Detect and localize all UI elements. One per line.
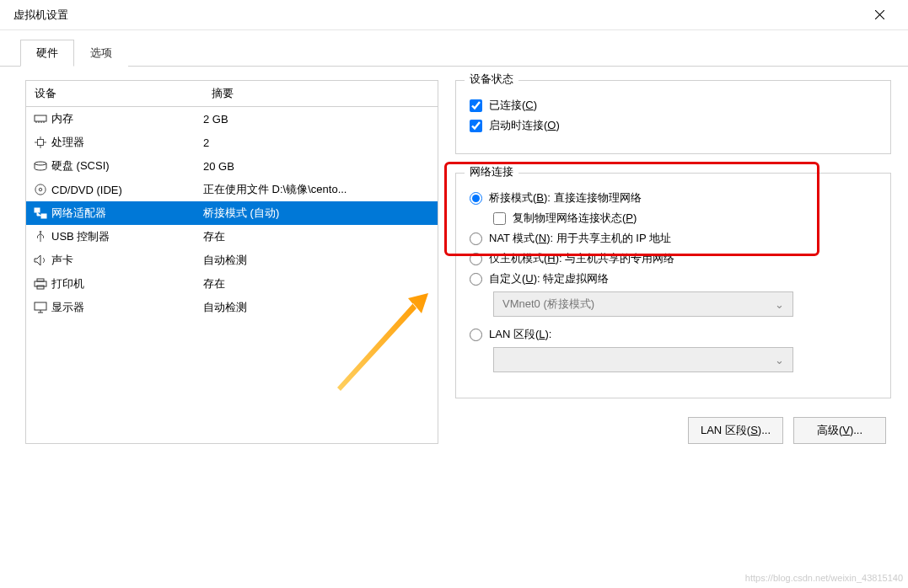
network-connection-group: 网络连接 桥接模式(B): 直接连接物理网络 复制物理网络连接状态(P) NAT… [455, 173, 891, 398]
advanced-button[interactable]: 高级(V)... [793, 417, 886, 444]
device-summary: 自动检测 [203, 253, 438, 268]
memory-icon [31, 113, 50, 125]
connect-on-start-checkbox-row[interactable]: 启动时连接(O) [470, 118, 877, 133]
device-row-disk[interactable]: 硬盘 (SCSI)20 GB [26, 154, 438, 178]
device-summary: 20 GB [203, 160, 438, 173]
lan-segment-radio[interactable] [470, 329, 482, 341]
replicate-checkbox[interactable] [493, 212, 506, 225]
hostonly-radio-row[interactable]: 仅主机模式(H): 与主机共享的专用网络 [470, 251, 877, 266]
tab-options[interactable]: 选项 [74, 40, 128, 67]
chevron-down-icon: ⌄ [775, 354, 784, 366]
svg-rect-16 [41, 214, 46, 218]
device-name: 硬盘 (SCSI) [50, 158, 203, 174]
close-icon [875, 10, 884, 19]
network-legend: 网络连接 [465, 164, 518, 179]
custom-radio-row[interactable]: 自定义(U): 特定虚拟网络 [470, 271, 877, 286]
window-title: 虚拟机设置 [13, 8, 68, 23]
bridge-radio[interactable] [470, 192, 482, 205]
device-row-memory[interactable]: 内存2 GB [26, 107, 438, 131]
cpu-icon [31, 136, 50, 148]
device-name: 打印机 [50, 276, 203, 291]
network-icon [31, 207, 50, 219]
device-row-cpu[interactable]: 处理器2 [26, 131, 438, 154]
tab-bar: 硬件 选项 [0, 30, 908, 67]
device-name: USB 控制器 [50, 229, 203, 244]
device-row-network[interactable]: 网络适配器桥接模式 (自动) [26, 201, 438, 225]
sound-icon [31, 254, 50, 266]
svg-rect-2 [35, 115, 46, 121]
bridge-radio-row[interactable]: 桥接模式(B): 直接连接物理网络 [470, 190, 877, 206]
status-legend: 设备状态 [465, 72, 518, 87]
usb-icon [31, 231, 50, 243]
svg-point-12 [35, 162, 46, 165]
connect-on-start-checkbox[interactable] [470, 120, 482, 132]
printer-icon [31, 278, 50, 290]
svg-point-13 [35, 184, 46, 195]
device-summary: 2 [203, 136, 438, 149]
device-name: CD/DVD (IDE) [50, 184, 203, 196]
close-button[interactable] [861, 3, 898, 28]
device-name: 内存 [50, 111, 203, 126]
device-status-group: 设备状态 已连接(C) 启动时连接(O) [455, 80, 891, 154]
col-header-summary: 摘要 [203, 81, 438, 106]
lan-segment-radio-row[interactable]: LAN 区段(L): [470, 327, 877, 342]
device-list-header: 设备 摘要 [26, 81, 438, 107]
vmnet-dropdown: VMnet0 (桥接模式) ⌄ [493, 291, 793, 317]
disc-icon [31, 184, 50, 195]
connected-checkbox[interactable] [470, 99, 482, 112]
replicate-checkbox-row[interactable]: 复制物理网络连接状态(P) [493, 211, 877, 226]
device-row-display[interactable]: 显示器自动检测 [26, 296, 438, 319]
tab-hardware[interactable]: 硬件 [20, 40, 74, 67]
device-summary: 桥接模式 (自动) [203, 206, 438, 221]
device-summary: 正在使用文件 D:\镜像\cento... [203, 182, 438, 197]
watermark: https://blog.csdn.net/weixin_43815140 [745, 573, 903, 583]
device-list: 设备 摘要 内存2 GB处理器2硬盘 (SCSI)20 GBCD/DVD (ID… [25, 80, 438, 444]
col-header-device: 设备 [26, 81, 203, 106]
chevron-down-icon: ⌄ [775, 298, 784, 311]
display-icon [31, 302, 50, 313]
device-name: 网络适配器 [50, 206, 203, 221]
svg-point-14 [39, 188, 42, 191]
svg-rect-21 [35, 302, 46, 310]
nat-radio-row[interactable]: NAT 模式(N): 用于共享主机的 IP 地址 [470, 231, 877, 246]
svg-rect-15 [35, 208, 40, 212]
device-name: 声卡 [50, 253, 203, 268]
device-row-printer[interactable]: 打印机存在 [26, 272, 438, 296]
device-row-sound[interactable]: 声卡自动检测 [26, 249, 438, 272]
device-row-disc[interactable]: CD/DVD (IDE)正在使用文件 D:\镜像\cento... [26, 178, 438, 201]
device-summary: 2 GB [203, 113, 438, 126]
disk-icon [31, 160, 50, 172]
hostonly-radio[interactable] [470, 253, 482, 265]
device-name: 显示器 [50, 300, 203, 315]
device-summary: 存在 [203, 229, 438, 244]
device-name: 处理器 [50, 135, 203, 150]
lan-segments-button[interactable]: LAN 区段(S)... [688, 417, 783, 444]
lan-segment-dropdown: ⌄ [493, 347, 793, 372]
device-row-usb[interactable]: USB 控制器存在 [26, 225, 438, 249]
device-summary: 自动检测 [203, 300, 438, 315]
custom-radio[interactable] [470, 273, 482, 286]
connected-checkbox-row[interactable]: 已连接(C) [470, 98, 877, 113]
svg-rect-7 [38, 140, 44, 146]
nat-radio[interactable] [470, 233, 482, 245]
device-summary: 存在 [203, 276, 438, 291]
